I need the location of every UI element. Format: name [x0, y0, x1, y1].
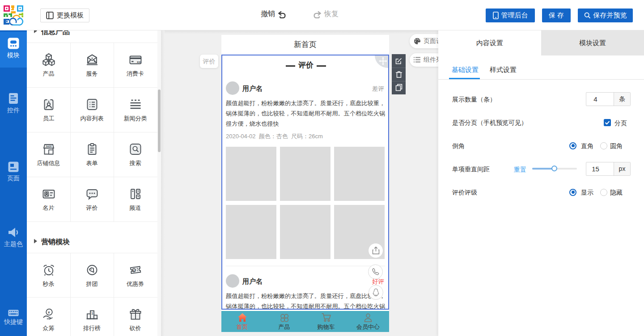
svg-text:1: 1 — [91, 311, 93, 315]
svg-text:xx: xx — [137, 60, 141, 64]
svg-text:¥: ¥ — [47, 310, 50, 315]
svg-text:SHOP: SHOP — [46, 145, 51, 148]
